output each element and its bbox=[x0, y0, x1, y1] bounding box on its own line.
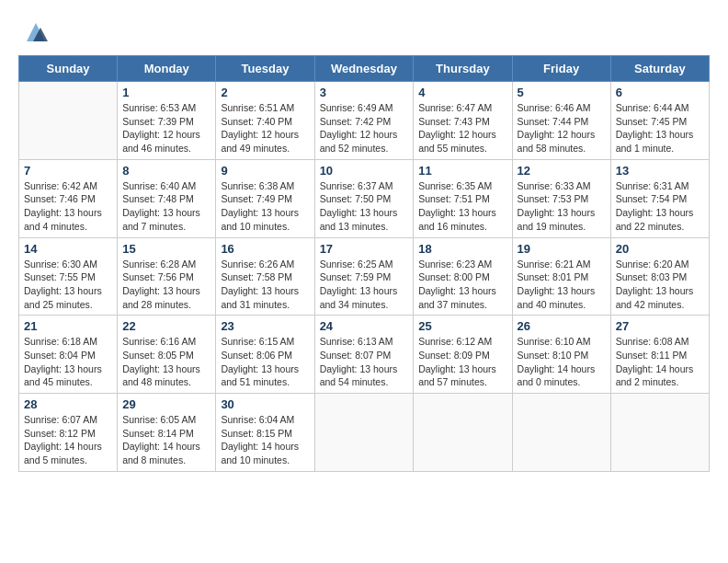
day-number: 7 bbox=[24, 164, 112, 178]
calendar-cell: 12 Sunrise: 6:33 AMSunset: 7:53 PMDaylig… bbox=[512, 159, 610, 237]
day-number: 24 bbox=[320, 319, 409, 333]
day-number: 13 bbox=[616, 164, 704, 178]
day-info: Sunrise: 6:40 AMSunset: 7:48 PMDaylight:… bbox=[122, 179, 210, 234]
day-number: 18 bbox=[418, 242, 506, 256]
logo-icon bbox=[22, 18, 50, 46]
day-info: Sunrise: 6:38 AMSunset: 7:49 PMDaylight:… bbox=[221, 179, 309, 234]
calendar-cell: 24 Sunrise: 6:13 AMSunset: 8:07 PMDaylig… bbox=[314, 316, 414, 394]
day-number: 25 bbox=[418, 319, 506, 333]
day-info: Sunrise: 6:25 AMSunset: 7:59 PMDaylight:… bbox=[320, 258, 409, 312]
day-info: Sunrise: 6:51 AMSunset: 7:40 PMDaylight:… bbox=[221, 101, 309, 155]
logo bbox=[18, 18, 50, 46]
calendar-cell: 14 Sunrise: 6:30 AMSunset: 7:55 PMDaylig… bbox=[19, 237, 118, 316]
calendar-cell: 25 Sunrise: 6:12 AMSunset: 8:09 PMDaylig… bbox=[414, 316, 512, 394]
day-info: Sunrise: 6:07 AMSunset: 8:12 PMDaylight:… bbox=[24, 413, 112, 467]
calendar-cell: 6 Sunrise: 6:44 AMSunset: 7:45 PMDayligh… bbox=[610, 82, 709, 160]
calendar-cell: 19 Sunrise: 6:21 AMSunset: 8:01 PMDaylig… bbox=[512, 237, 610, 316]
day-info: Sunrise: 6:20 AMSunset: 8:03 PMDaylight:… bbox=[616, 258, 704, 312]
day-info: Sunrise: 6:31 AMSunset: 7:54 PMDaylight:… bbox=[616, 179, 704, 234]
calendar-cell bbox=[414, 394, 512, 472]
day-header-tuesday: Tuesday bbox=[216, 56, 314, 82]
day-info: Sunrise: 6:37 AMSunset: 7:50 PMDaylight:… bbox=[320, 179, 409, 234]
calendar-week-2: 7 Sunrise: 6:42 AMSunset: 7:46 PMDayligh… bbox=[19, 159, 710, 237]
calendar-cell: 18 Sunrise: 6:23 AMSunset: 8:00 PMDaylig… bbox=[414, 237, 512, 316]
day-number: 15 bbox=[122, 242, 210, 256]
day-number: 1 bbox=[122, 86, 210, 99]
day-info: Sunrise: 6:16 AMSunset: 8:05 PMDaylight:… bbox=[122, 335, 210, 389]
calendar-cell: 9 Sunrise: 6:38 AMSunset: 7:49 PMDayligh… bbox=[216, 159, 314, 237]
day-number: 23 bbox=[221, 319, 309, 333]
calendar-cell: 26 Sunrise: 6:10 AMSunset: 8:10 PMDaylig… bbox=[512, 316, 610, 394]
day-number: 28 bbox=[24, 397, 112, 411]
day-number: 29 bbox=[122, 397, 210, 411]
calendar-cell: 3 Sunrise: 6:49 AMSunset: 7:42 PMDayligh… bbox=[314, 82, 414, 160]
day-header-monday: Monday bbox=[118, 56, 216, 82]
calendar-cell: 30 Sunrise: 6:04 AMSunset: 8:15 PMDaylig… bbox=[216, 394, 314, 472]
day-number: 9 bbox=[221, 164, 309, 178]
day-number: 16 bbox=[221, 242, 309, 256]
day-number: 21 bbox=[24, 319, 112, 333]
calendar-week-3: 14 Sunrise: 6:30 AMSunset: 7:55 PMDaylig… bbox=[19, 237, 710, 316]
day-header-wednesday: Wednesday bbox=[314, 56, 414, 82]
day-number: 8 bbox=[122, 164, 210, 178]
calendar-cell: 17 Sunrise: 6:25 AMSunset: 7:59 PMDaylig… bbox=[314, 237, 414, 316]
day-number: 19 bbox=[518, 242, 606, 256]
day-info: Sunrise: 6:21 AMSunset: 8:01 PMDaylight:… bbox=[518, 258, 606, 312]
calendar-cell: 1 Sunrise: 6:53 AMSunset: 7:39 PMDayligh… bbox=[118, 82, 216, 160]
day-number: 14 bbox=[24, 242, 112, 256]
calendar-cell: 5 Sunrise: 6:46 AMSunset: 7:44 PMDayligh… bbox=[512, 82, 610, 160]
day-info: Sunrise: 6:30 AMSunset: 7:55 PMDaylight:… bbox=[24, 258, 112, 312]
calendar-week-4: 21 Sunrise: 6:18 AMSunset: 8:04 PMDaylig… bbox=[19, 316, 710, 394]
day-number: 12 bbox=[518, 164, 606, 178]
day-info: Sunrise: 6:13 AMSunset: 8:07 PMDaylight:… bbox=[320, 335, 409, 389]
day-info: Sunrise: 6:35 AMSunset: 7:51 PMDaylight:… bbox=[418, 179, 506, 234]
calendar-cell: 20 Sunrise: 6:20 AMSunset: 8:03 PMDaylig… bbox=[610, 237, 709, 316]
day-info: Sunrise: 6:46 AMSunset: 7:44 PMDaylight:… bbox=[518, 101, 606, 155]
day-header-thursday: Thursday bbox=[414, 56, 512, 82]
calendar-cell: 15 Sunrise: 6:28 AMSunset: 7:56 PMDaylig… bbox=[118, 237, 216, 316]
day-number: 20 bbox=[616, 242, 704, 256]
calendar-cell: 7 Sunrise: 6:42 AMSunset: 7:46 PMDayligh… bbox=[19, 159, 118, 237]
day-info: Sunrise: 6:44 AMSunset: 7:45 PMDaylight:… bbox=[616, 101, 704, 155]
calendar-week-1: 1 Sunrise: 6:53 AMSunset: 7:39 PMDayligh… bbox=[19, 82, 710, 160]
day-number: 5 bbox=[518, 86, 606, 99]
day-info: Sunrise: 6:23 AMSunset: 8:00 PMDaylight:… bbox=[418, 258, 506, 312]
day-info: Sunrise: 6:10 AMSunset: 8:10 PMDaylight:… bbox=[518, 335, 606, 389]
calendar-cell: 4 Sunrise: 6:47 AMSunset: 7:43 PMDayligh… bbox=[414, 82, 512, 160]
day-info: Sunrise: 6:42 AMSunset: 7:46 PMDaylight:… bbox=[24, 179, 112, 234]
calendar-cell: 16 Sunrise: 6:26 AMSunset: 7:58 PMDaylig… bbox=[216, 237, 314, 316]
day-info: Sunrise: 6:12 AMSunset: 8:09 PMDaylight:… bbox=[418, 335, 506, 389]
calendar-cell: 29 Sunrise: 6:05 AMSunset: 8:14 PMDaylig… bbox=[118, 394, 216, 472]
day-info: Sunrise: 6:08 AMSunset: 8:11 PMDaylight:… bbox=[616, 335, 704, 389]
calendar-cell bbox=[314, 394, 414, 472]
page-header bbox=[18, 18, 710, 46]
day-info: Sunrise: 6:47 AMSunset: 7:43 PMDaylight:… bbox=[418, 101, 506, 155]
day-number: 3 bbox=[320, 86, 409, 99]
calendar-cell: 11 Sunrise: 6:35 AMSunset: 7:51 PMDaylig… bbox=[414, 159, 512, 237]
day-header-saturday: Saturday bbox=[610, 56, 709, 82]
calendar-body: 1 Sunrise: 6:53 AMSunset: 7:39 PMDayligh… bbox=[19, 82, 710, 472]
day-info: Sunrise: 6:04 AMSunset: 8:15 PMDaylight:… bbox=[221, 413, 309, 467]
day-number: 4 bbox=[418, 86, 506, 99]
day-number: 11 bbox=[418, 164, 506, 178]
day-number: 10 bbox=[320, 164, 409, 178]
calendar-cell bbox=[19, 82, 118, 160]
calendar-header-row: SundayMondayTuesdayWednesdayThursdayFrid… bbox=[19, 56, 710, 82]
calendar-cell: 2 Sunrise: 6:51 AMSunset: 7:40 PMDayligh… bbox=[216, 82, 314, 160]
calendar-table: SundayMondayTuesdayWednesdayThursdayFrid… bbox=[18, 55, 710, 472]
day-header-friday: Friday bbox=[512, 56, 610, 82]
calendar-cell: 27 Sunrise: 6:08 AMSunset: 8:11 PMDaylig… bbox=[610, 316, 709, 394]
calendar-cell: 10 Sunrise: 6:37 AMSunset: 7:50 PMDaylig… bbox=[314, 159, 414, 237]
day-header-sunday: Sunday bbox=[19, 56, 118, 82]
day-info: Sunrise: 6:18 AMSunset: 8:04 PMDaylight:… bbox=[24, 335, 112, 389]
day-info: Sunrise: 6:49 AMSunset: 7:42 PMDaylight:… bbox=[320, 101, 409, 155]
calendar-cell: 8 Sunrise: 6:40 AMSunset: 7:48 PMDayligh… bbox=[118, 159, 216, 237]
day-info: Sunrise: 6:28 AMSunset: 7:56 PMDaylight:… bbox=[122, 258, 210, 312]
calendar-cell: 28 Sunrise: 6:07 AMSunset: 8:12 PMDaylig… bbox=[19, 394, 118, 472]
day-number: 2 bbox=[221, 86, 309, 99]
day-number: 6 bbox=[616, 86, 704, 99]
day-number: 26 bbox=[518, 319, 606, 333]
day-number: 27 bbox=[616, 319, 704, 333]
day-info: Sunrise: 6:33 AMSunset: 7:53 PMDaylight:… bbox=[518, 179, 606, 234]
calendar-cell bbox=[610, 394, 709, 472]
